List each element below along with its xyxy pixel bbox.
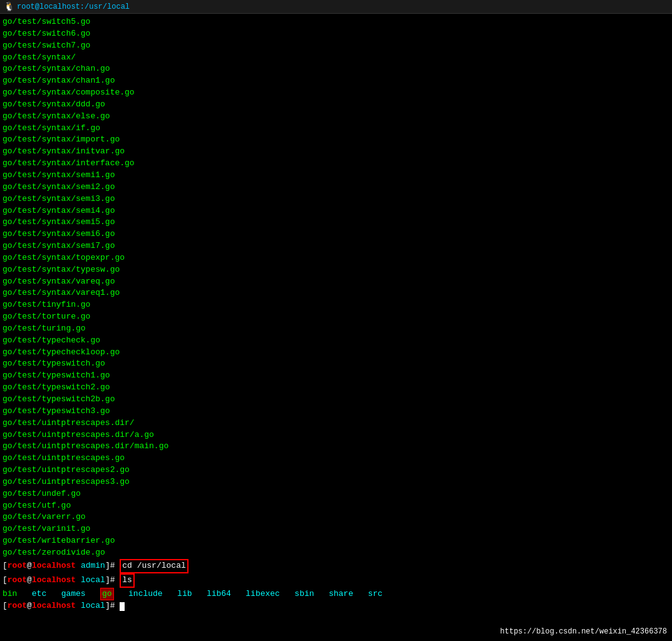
prompt-bracket3: ] [105,575,110,587]
output-line: go/test/switch7.go [3,40,669,52]
output-line: go/test/uintptrescapes3.go [3,476,669,488]
prompt-bracket3: ] [105,560,110,572]
title-bar: 🐧 root@localhost:/usr/local [0,0,672,14]
output-line: go/test/tinyfin.go [3,299,669,311]
output-line: go/test/syntax/typesw.go [3,264,669,276]
ls-item-src: src [368,588,382,600]
prompt-bracket: [ [3,575,8,587]
watermark: https://blog.csdn.net/weixin_42366378 [500,627,667,636]
terminal-body: go/test/switch5.go go/test/switch6.go go… [0,14,672,641]
prompt-user: root [8,600,27,612]
prompt-line-1: [root@localhost admin]# cd /usr/local [3,559,669,573]
prompt-user: root [8,575,27,587]
prompt-line-2: [root@localhost local]# ls [3,573,669,588]
output-line: go/test/syntax/semi7.go [3,240,669,252]
output-line: go/test/switch5.go [3,16,669,28]
cmd-text-2[interactable]: ls [120,573,135,588]
output-line: go/test/uintptrescapes.dir/main.go [3,441,669,453]
output-line: go/test/typeswitch3.go [3,406,669,418]
output-line: go/test/typeswitch2.go [3,382,669,394]
output-line: go/test/torture.go [3,311,669,323]
output-line: go/test/syntax/else.go [3,111,669,123]
prompt-bracket2 [76,560,81,572]
prompt-hash: # [110,560,120,572]
terminal-icon: 🐧 [4,1,14,12]
prompt-hash: # [110,600,120,612]
ls-item-etc: etc [32,588,46,600]
prompt-host: localhost [32,575,76,587]
output-line: go/test/syntax/ [3,52,669,64]
output-line: go/test/uintptrescapes.dir/ [3,418,669,429]
ls-item-lib: lib [177,588,192,600]
output-line: go/test/utf.go [3,500,669,512]
output-line: go/test/typeswitch2b.go [3,394,669,406]
ls-item-go: go [100,588,114,601]
output-line: go/test/syntax/if.go [3,123,669,135]
output-line: go/test/syntax/chan1.go [3,75,669,87]
output-line: go/test/uintptrescapes.go [3,453,669,464]
prompt-hash: # [110,575,120,587]
output-line: go/test/syntax/composite.go [3,87,669,99]
output-line: go/test/typeswitch.go [3,358,669,370]
output-line: go/test/typeswitch1.go [3,370,669,382]
output-line: go/test/uintptrescapes.dir/a.go [3,429,669,441]
output-line: go/test/uintptrescapes2.go [3,464,669,476]
prompt-host: localhost [32,600,76,612]
ls-item-bin: bin [3,588,17,600]
ls-output: bin etc games go include lib lib64 libex… [3,588,669,601]
output-line: go/test/syntax/semi2.go [3,182,669,193]
output-line: go/test/zerodivide.go [3,547,669,559]
ls-item-lib64: lib64 [207,588,231,600]
prompt-bracket3: ] [105,600,110,612]
output-line: go/test/syntax/semi4.go [3,205,669,217]
prompt-at: @ [27,600,32,612]
prompt-dir: admin [81,560,105,572]
prompt-host: localhost [32,560,76,572]
output-line: go/test/writebarrier.go [3,535,669,547]
output-line: go/test/syntax/vareq1.go [3,287,669,299]
output-line: go/test/syntax/ddd.go [3,99,669,111]
output-line: go/test/switch6.go [3,28,669,40]
output-line: go/test/syntax/semi5.go [3,217,669,228]
prompt-bracket2 [76,575,81,587]
output-line: go/test/syntax/vareq.go [3,276,669,288]
ls-item-sbin: sbin [294,588,314,600]
output-line: go/test/syntax/semi3.go [3,193,669,205]
prompt-bracket: [ [3,560,8,572]
output-line: go/test/varerr.go [3,511,669,523]
prompt-user: root [8,560,27,572]
prompt-bracket2 [76,600,81,612]
prompt-dir: local [81,575,105,587]
cmd-text-1[interactable]: cd /usr/local [120,559,188,573]
prompt-at: @ [27,560,32,572]
title-text: root@localhost:/usr/local [17,3,130,11]
cursor [120,602,125,611]
output-line: go/test/turing.go [3,323,669,335]
prompt-dir: local [81,600,105,612]
prompt-line-3[interactable]: [root@localhost local]# [3,600,669,612]
prompt-bracket: [ [3,600,8,612]
output-line: go/test/undef.go [3,488,669,500]
output-line: go/test/syntax/initvar.go [3,146,669,158]
output-line: go/test/syntax/semi1.go [3,170,669,182]
output-line: go/test/typecheck.go [3,335,669,347]
output-line: go/test/syntax/import.go [3,134,669,146]
ls-item-libexec: libexec [246,588,280,600]
output-line: go/test/syntax/chan.go [3,63,669,75]
output-line: go/test/syntax/interface.go [3,158,669,170]
output-line: go/test/varinit.go [3,523,669,535]
output-line: go/test/syntax/semi6.go [3,228,669,240]
ls-item-include: include [128,588,163,600]
ls-item-share: share [329,588,353,600]
prompt-at: @ [27,575,32,587]
output-line: go/test/typecheckloop.go [3,347,669,359]
output-line: go/test/syntax/topexpr.go [3,252,669,264]
ls-item-games: games [61,588,86,600]
